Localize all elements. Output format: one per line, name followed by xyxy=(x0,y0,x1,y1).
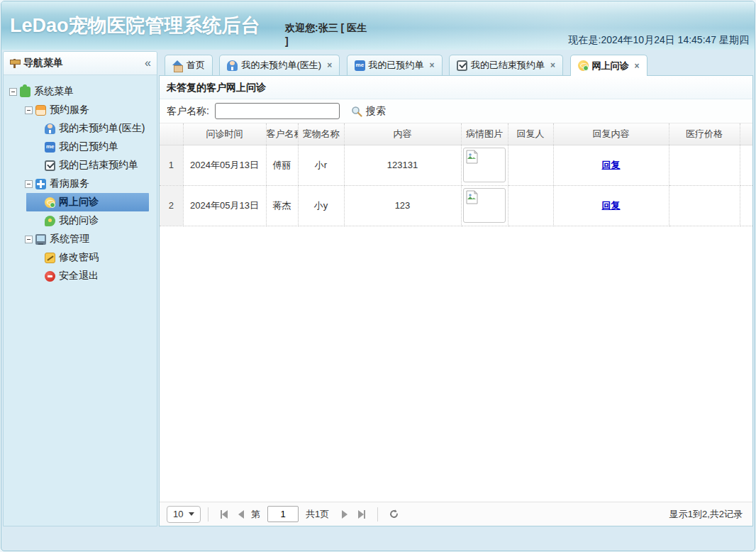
close-icon[interactable]: × xyxy=(430,61,435,70)
tab-my-unbooked-orders[interactable]: 我的未预约单(医生) × xyxy=(219,55,340,75)
col-row-number xyxy=(160,123,183,145)
main-area: 首页 我的未预约单(医生) × 我的已预约单 × 我的已结束预约单 × 网上问诊… xyxy=(159,51,753,526)
current-datetime: 现在是:2024年10月24日 14:45:47 星期四 xyxy=(569,34,749,47)
col-medical-price: 医疗价格 xyxy=(669,123,740,145)
cell-illness-image xyxy=(461,145,508,185)
monitor-icon xyxy=(35,234,46,245)
customer-name-label: 客户名称: xyxy=(167,105,209,118)
sidebar-item-my-unbooked-orders[interactable]: 我的未预约单(医生) xyxy=(4,119,157,138)
pagination-bar: 10 第 共1页 xyxy=(160,502,752,526)
cell-reply-person xyxy=(508,145,553,185)
refresh-button[interactable] xyxy=(385,506,402,523)
nav-tree: 系统菜单 预约服务 我的未预约单(医生) 我的已预约单 我的已结束预约单 xyxy=(4,75,157,285)
globe-icon xyxy=(45,197,55,208)
navigation-sidebar: 导航菜单 « 系统菜单 预约服务 我的未预约单(医生) 我的已预约单 xyxy=(3,51,157,526)
page-label-before: 第 xyxy=(251,508,260,521)
sidebar-item-my-finished-orders[interactable]: 我的已结束预约单 xyxy=(4,156,157,175)
sidebar-item-my-consults[interactable]: 我的问诊 xyxy=(4,211,157,230)
close-icon[interactable]: × xyxy=(550,61,555,70)
divider xyxy=(377,507,378,521)
first-page-icon xyxy=(222,510,228,519)
close-icon[interactable]: × xyxy=(327,61,332,70)
sidebar-item-system-menu[interactable]: 系统菜单 xyxy=(4,82,157,101)
page-label-after: 共1页 xyxy=(306,508,329,521)
tree-expander-icon[interactable] xyxy=(25,106,33,114)
medical-cross-icon xyxy=(35,179,46,189)
tree-expander-icon[interactable] xyxy=(25,236,33,243)
next-page-icon xyxy=(342,510,348,519)
page-size-select[interactable]: 10 xyxy=(167,506,201,523)
illness-image-placeholder xyxy=(463,148,506,182)
sidebar-item-change-password[interactable]: 修改密码 xyxy=(4,248,157,267)
tab-my-finished-orders[interactable]: 我的已结束预约单 × xyxy=(449,55,563,75)
col-reply-content: 回复内容 xyxy=(553,123,669,145)
cell-reply-person xyxy=(508,185,553,226)
page-number-input[interactable] xyxy=(267,506,299,522)
tab-online-consult[interactable]: 网上问诊 × xyxy=(570,55,647,76)
checkbox-icon xyxy=(457,60,467,71)
close-icon[interactable]: × xyxy=(635,62,640,70)
table-header-row: 问诊时间 客户名称 宠物名称 内容 病情图片 回复人 回复内容 医疗价格 xyxy=(160,123,752,145)
search-button[interactable]: 搜索 xyxy=(351,105,386,118)
app-window: LeDao宠物医院管理系统后台 欢迎您:张三 [ 医生 ] 现在是:2024年1… xyxy=(1,1,755,551)
sidebar-item-my-booked-orders[interactable]: 我的已预约单 xyxy=(4,138,157,156)
tree-expander-icon[interactable] xyxy=(9,88,17,96)
doctor-icon xyxy=(45,123,55,134)
sidebar-item-logout[interactable]: 安全退出 xyxy=(4,267,157,285)
edit-icon xyxy=(45,253,55,263)
logout-icon xyxy=(45,271,55,282)
sidebar-item-medical-services[interactable]: 看病服务 xyxy=(4,175,157,193)
cell-spacer xyxy=(740,185,752,226)
cell-pet-name: 小y xyxy=(298,185,344,226)
puzzle-icon xyxy=(20,87,30,97)
cell-content: 123 xyxy=(344,185,461,226)
cell-pet-name: 小r xyxy=(298,145,344,185)
cell-spacer xyxy=(740,145,752,185)
cell-customer-name: 蒋杰 xyxy=(266,185,298,226)
next-page-button[interactable] xyxy=(336,506,353,523)
cell-illness-image xyxy=(461,185,508,226)
col-spacer xyxy=(740,123,752,145)
cell-medical-price xyxy=(669,145,740,185)
welcome-text: 欢迎您:张三 [ 医生 ] xyxy=(285,21,372,48)
last-page-button[interactable] xyxy=(353,506,370,523)
sidebar-collapse-button[interactable]: « xyxy=(145,57,151,69)
col-content: 内容 xyxy=(344,123,461,145)
tree-expander-icon[interactable] xyxy=(25,180,33,188)
sidebar-title: 导航菜单 xyxy=(23,57,145,70)
reply-link[interactable]: 回复 xyxy=(602,160,621,170)
chevron-down-icon xyxy=(189,512,194,516)
cell-consult-time: 2024年05月13日 xyxy=(183,185,266,226)
badge-icon xyxy=(45,142,55,153)
globe-icon xyxy=(578,60,589,71)
table-row[interactable]: 2 2024年05月13日 蒋杰 小y 123 xyxy=(160,185,752,226)
first-page-button[interactable] xyxy=(216,506,233,523)
table-row[interactable]: 1 2024年05月13日 傅丽 小r 123131 xyxy=(160,145,752,185)
last-page-icon xyxy=(358,510,364,519)
app-header: LeDao宠物医院管理系统后台 欢迎您:张三 [ 医生 ] 现在是:2024年1… xyxy=(1,1,755,50)
doctor-icon xyxy=(227,60,238,71)
tab-my-booked-orders[interactable]: 我的已预约单 × xyxy=(347,55,443,75)
cell-row-number: 1 xyxy=(160,145,183,185)
sidebar-item-appointment-services[interactable]: 预约服务 xyxy=(4,101,157,119)
cell-customer-name: 傅丽 xyxy=(266,145,298,185)
consult-table: 问诊时间 客户名称 宠物名称 内容 病情图片 回复人 回复内容 医疗价格 1 xyxy=(160,123,752,226)
reply-link[interactable]: 回复 xyxy=(602,200,621,211)
signpost-icon xyxy=(9,58,20,69)
prev-page-button[interactable] xyxy=(233,506,250,523)
sidebar-header: 导航菜单 « xyxy=(4,52,157,75)
customer-name-input[interactable] xyxy=(215,103,340,119)
divider xyxy=(208,507,209,521)
refresh-icon xyxy=(389,509,399,519)
sidebar-item-system-management[interactable]: 系统管理 xyxy=(4,230,157,248)
cell-row-number: 2 xyxy=(160,185,183,226)
tab-home[interactable]: 首页 xyxy=(165,55,213,75)
tab-bar: 首页 我的未预约单(医生) × 我的已预约单 × 我的已结束预约单 × 网上问诊… xyxy=(159,51,753,76)
col-consult-time: 问诊时间 xyxy=(183,123,266,145)
cell-consult-time: 2024年05月13日 xyxy=(183,145,266,185)
badge-icon xyxy=(355,60,365,71)
sidebar-item-online-consult[interactable]: 网上问诊 xyxy=(26,193,149,211)
illness-image-placeholder xyxy=(463,188,506,223)
cell-reply-content: 回复 xyxy=(553,185,669,226)
panel-title: 未答复的客户网上问诊 xyxy=(160,76,752,99)
